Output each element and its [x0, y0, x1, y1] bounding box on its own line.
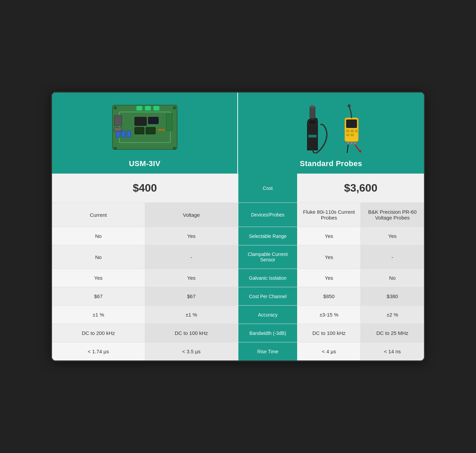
left-b-clampable: -	[145, 245, 238, 269]
middle-label-rise_time: Rise Time	[238, 342, 298, 360]
svg-rect-18	[158, 129, 161, 131]
svg-rect-14	[145, 106, 151, 111]
svg-rect-33	[346, 134, 350, 136]
right-b-bandwidth: DC to 25 MHz	[361, 324, 424, 342]
middle-label-cost_per_channel: Cost Per Channel	[238, 287, 298, 305]
svg-rect-27	[308, 135, 317, 137]
svg-point-35	[347, 142, 350, 145]
svg-rect-5	[116, 131, 120, 137]
probes-image	[287, 101, 375, 155]
comparison-table: $400 Cost $3,600 Current Voltage Devices…	[52, 174, 424, 360]
svg-rect-30	[346, 130, 350, 132]
svg-rect-17	[146, 127, 155, 134]
right-a-clampable: Yes	[298, 245, 361, 269]
svg-rect-29	[346, 119, 357, 128]
usm3iv-image	[107, 101, 182, 155]
left-a-cost_per_channel: $67	[52, 287, 145, 305]
svg-rect-25	[310, 107, 315, 118]
right-a-accuracy: ±3-15 %	[298, 306, 361, 324]
left-a-selectable_range: No	[52, 227, 145, 245]
svg-point-20	[114, 107, 117, 109]
left-b-rise_time: < 3.5 µs	[145, 342, 238, 360]
svg-rect-6	[121, 131, 125, 137]
right-product-header: Standard Probes	[238, 93, 424, 174]
table-row-bandwidth: DC to 200 kHz DC to 100 kHz Bandwidth (-…	[52, 324, 424, 342]
left-product-title: USM-3IV	[129, 159, 160, 168]
svg-point-37	[354, 142, 356, 145]
middle-label-accuracy: Accuracy	[238, 306, 298, 324]
cost-right: $3,600	[298, 174, 424, 203]
left-b-accuracy: ±1 %	[145, 306, 238, 324]
table-row-devices: Current Voltage Devices/Probes Fluke 80i…	[52, 203, 424, 227]
svg-point-21	[173, 107, 176, 109]
svg-rect-10	[135, 117, 147, 126]
right-b-selectable_range: Yes	[361, 227, 424, 245]
right-a-devices: Fluke 80i-110s Current Probes	[298, 203, 361, 227]
svg-point-36	[350, 142, 353, 145]
svg-rect-34	[351, 134, 354, 136]
left-b-devices: Voltage	[145, 203, 238, 227]
table-row-selectable_range: No Yes Selectable Range Yes Yes	[52, 227, 424, 245]
header-row: USM-3IV	[52, 93, 424, 174]
svg-rect-26	[311, 105, 314, 108]
right-b-devices: B&K Precision PR-60 Voltage Probes	[361, 203, 424, 227]
middle-label-bandwidth: Bandwidth (-3dB)	[238, 324, 298, 342]
comparison-card: USM-3IV	[51, 92, 425, 361]
svg-rect-19	[162, 129, 165, 131]
right-b-galvanic: No	[361, 269, 424, 287]
left-a-clampable: No	[52, 245, 145, 269]
right-a-galvanic: Yes	[298, 269, 361, 287]
svg-rect-9	[114, 127, 122, 131]
left-a-accuracy: ±1 %	[52, 306, 145, 324]
svg-rect-15	[153, 106, 159, 111]
svg-rect-11	[148, 117, 158, 124]
svg-point-40	[348, 104, 351, 107]
middle-label-selectable_range: Selectable Range	[238, 227, 298, 245]
right-b-accuracy: ±2 %	[361, 306, 424, 324]
middle-label-galvanic: Galvanic Isolation	[238, 269, 298, 287]
left-b-cost_per_channel: $67	[145, 287, 238, 305]
svg-rect-13	[136, 106, 142, 111]
middle-label-clampable: Clampable Current Sensor	[238, 245, 298, 269]
left-b-galvanic: Yes	[145, 269, 238, 287]
left-a-devices: Current	[52, 203, 145, 227]
table-row-accuracy: ±1 % ±1 % Accuracy ±3-15 % ±2 %	[52, 306, 424, 324]
svg-point-22	[114, 147, 117, 150]
table-row-cost_per_channel: $67 $67 Cost Per Channel $850 $380	[52, 287, 424, 306]
svg-rect-32	[355, 130, 358, 132]
right-a-bandwidth: DC to 100 kHz	[298, 324, 361, 342]
right-a-rise_time: < 4 µs	[298, 342, 361, 360]
right-b-rise_time: < 14 ns	[361, 342, 424, 360]
svg-rect-16	[135, 127, 144, 134]
left-b-bandwidth: DC to 100 kHz	[145, 324, 238, 342]
svg-rect-12	[166, 114, 172, 131]
right-product-title: Standard Probes	[300, 159, 362, 168]
svg-rect-31	[351, 130, 354, 132]
svg-rect-7	[127, 131, 131, 137]
right-a-cost_per_channel: $850	[298, 287, 361, 305]
left-product-header: USM-3IV	[52, 93, 238, 174]
svg-line-39	[355, 145, 360, 152]
right-b-cost_per_channel: $380	[361, 287, 424, 305]
svg-line-38	[347, 145, 348, 153]
svg-point-23	[173, 147, 176, 150]
cost-left: $400	[52, 174, 238, 203]
table-row-cost: $400 Cost $3,600	[52, 174, 424, 203]
left-a-galvanic: Yes	[52, 269, 145, 287]
table-row-rise_time: < 1.74 µs < 3.5 µs Rise Time < 4 µs < 14…	[52, 342, 424, 360]
middle-label-cost: Cost	[238, 174, 298, 203]
table-row-galvanic: Yes Yes Galvanic Isolation Yes No	[52, 269, 424, 287]
left-b-selectable_range: Yes	[145, 227, 238, 245]
svg-rect-8	[114, 115, 122, 126]
left-a-rise_time: < 1.74 µs	[52, 342, 145, 360]
right-a-selectable_range: Yes	[298, 227, 361, 245]
left-a-bandwidth: DC to 200 kHz	[52, 324, 145, 342]
svg-point-24	[308, 119, 317, 125]
table-row-clampable: No - Clampable Current Sensor Yes -	[52, 245, 424, 269]
right-b-clampable: -	[361, 245, 424, 269]
middle-label-devices: Devices/Probes	[238, 203, 298, 227]
